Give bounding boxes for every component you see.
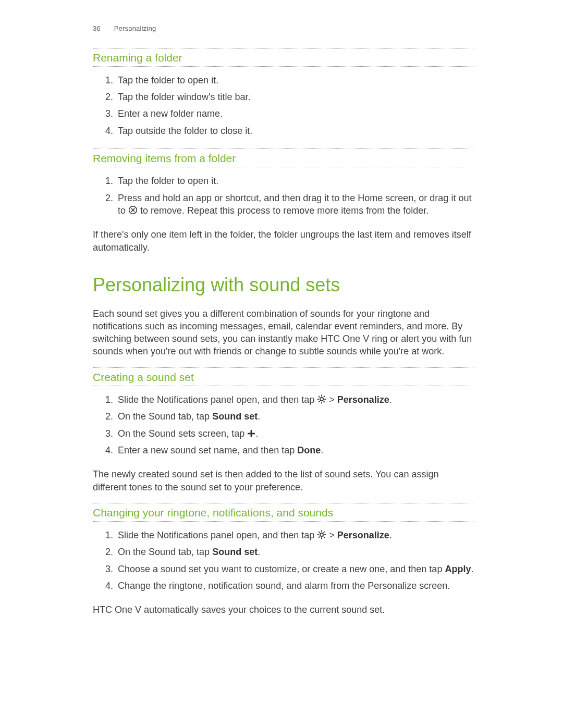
changing-step-2a: On the Sound tab, tap xyxy=(118,547,212,557)
svg-rect-17 xyxy=(317,534,319,535)
svg-rect-5 xyxy=(321,402,322,403)
creating-step-3: On the Sound sets screen, tap . xyxy=(116,425,474,442)
svg-rect-15 xyxy=(321,530,322,532)
changing-step-1a: Slide the Notifications panel open, and … xyxy=(118,530,317,540)
page-header: 36 Personalizing xyxy=(93,24,474,33)
removing-step-1: Tap the folder to open it. xyxy=(116,172,474,189)
removing-note: If there's only one item left in the fol… xyxy=(93,228,474,254)
creating-step-4b: . xyxy=(321,445,323,455)
section-removing-title: Removing items from a folder xyxy=(93,150,474,166)
section-creating-title: Creating a sound set xyxy=(93,369,474,385)
creating-step-4a: Enter a new sound set name, and then tap xyxy=(118,445,297,455)
removing-steps: Tap the folder to open it. Press and hol… xyxy=(93,172,474,219)
changing-step-1-personalize: Personalize xyxy=(337,530,389,540)
section-removing-header: Removing items from a folder xyxy=(93,149,474,167)
page-number: 36 xyxy=(93,24,101,32)
changing-step-3b: . xyxy=(471,564,473,574)
changing-step-1: Slide the Notifications panel open, and … xyxy=(116,527,474,544)
changing-step-3-bold: Apply xyxy=(445,564,471,574)
changing-step-3a: Choose a sound set you want to customize… xyxy=(118,564,445,574)
section-changing-title: Changing your ringtone, notifications, a… xyxy=(93,504,474,520)
renaming-steps: Tap the folder to open it. Tap the folde… xyxy=(93,72,474,139)
settings-gear-icon xyxy=(317,394,326,404)
changing-step-1c: . xyxy=(389,530,392,540)
creating-step-4: Enter a new sound set name, and then tap… xyxy=(116,442,474,459)
renaming-step-2: Tap the folder window's title bar. xyxy=(116,89,474,105)
changing-steps: Slide the Notifications panel open, and … xyxy=(93,527,474,594)
creating-steps: Slide the Notifications panel open, and … xyxy=(93,391,474,459)
svg-point-3 xyxy=(320,398,323,401)
svg-rect-22 xyxy=(323,536,325,538)
creating-step-1-personalize: Personalize xyxy=(337,394,389,405)
changing-step-1b: > xyxy=(329,530,337,540)
svg-rect-10 xyxy=(319,396,321,398)
svg-rect-11 xyxy=(323,401,325,403)
settings-gear-icon xyxy=(317,530,326,539)
renaming-step-3: Enter a new folder name. xyxy=(116,105,474,122)
page-section-name: Personalizing xyxy=(114,24,156,32)
svg-rect-9 xyxy=(319,401,321,403)
creating-step-2a: On the Sound tab, tap xyxy=(118,411,212,422)
section-renaming-title: Renaming a folder xyxy=(93,50,474,65)
section-changing-header: Changing your ringtone, notifications, a… xyxy=(93,503,474,522)
changing-step-4: Change the ringtone, notification sound,… xyxy=(116,577,474,594)
creating-step-2b: . xyxy=(258,411,260,422)
renaming-step-4: Tap outside the folder to close it. xyxy=(116,122,474,139)
creating-step-1a: Slide the Notifications panel open, and … xyxy=(118,394,317,405)
creating-step-1: Slide the Notifications panel open, and … xyxy=(116,391,474,408)
remove-circle-x-icon xyxy=(128,205,138,215)
changing-note: HTC One V automatically saves your choic… xyxy=(93,603,474,616)
svg-rect-7 xyxy=(324,399,326,400)
sound-sets-intro: Each sound set gives you a different com… xyxy=(93,307,474,358)
changing-step-3: Choose a sound set you want to customize… xyxy=(116,561,474,577)
creating-step-3a: On the Sound sets screen, tap xyxy=(118,428,247,439)
svg-rect-4 xyxy=(321,395,322,397)
section-sound-sets-title: Personalizing with sound sets xyxy=(93,273,474,298)
changing-step-2b: . xyxy=(258,547,260,557)
svg-point-14 xyxy=(320,533,323,536)
changing-step-2-bold: Sound set xyxy=(212,547,258,557)
removing-step-2b: to remove. Repeat this process to remove… xyxy=(140,205,429,216)
creating-step-1b: > xyxy=(329,394,337,405)
creating-step-4-bold: Done xyxy=(297,445,321,455)
creating-step-2: On the Sound tab, tap Sound set. xyxy=(116,408,474,425)
svg-rect-19 xyxy=(323,532,325,534)
svg-rect-16 xyxy=(321,537,322,539)
creating-step-2-bold: Sound set xyxy=(212,411,258,422)
svg-rect-6 xyxy=(317,399,319,400)
svg-rect-8 xyxy=(323,396,325,398)
svg-rect-13 xyxy=(248,433,255,434)
changing-step-2: On the Sound tab, tap Sound set. xyxy=(116,544,474,560)
plus-icon xyxy=(247,429,255,438)
section-creating-header: Creating a sound set xyxy=(93,367,474,386)
creating-step-3b: . xyxy=(255,428,258,439)
manual-page: 36 Personalizing Renaming a folder Tap t… xyxy=(0,0,563,728)
section-renaming-header: Renaming a folder xyxy=(93,48,474,67)
renaming-step-1: Tap the folder to open it. xyxy=(116,72,474,89)
removing-step-2: Press and hold an app or shortcut, and t… xyxy=(116,190,474,219)
creating-step-1c: . xyxy=(389,394,392,405)
svg-rect-18 xyxy=(324,534,326,535)
svg-rect-21 xyxy=(319,532,321,534)
svg-rect-20 xyxy=(319,536,321,538)
creating-note: The newly created sound set is then adde… xyxy=(93,468,474,493)
